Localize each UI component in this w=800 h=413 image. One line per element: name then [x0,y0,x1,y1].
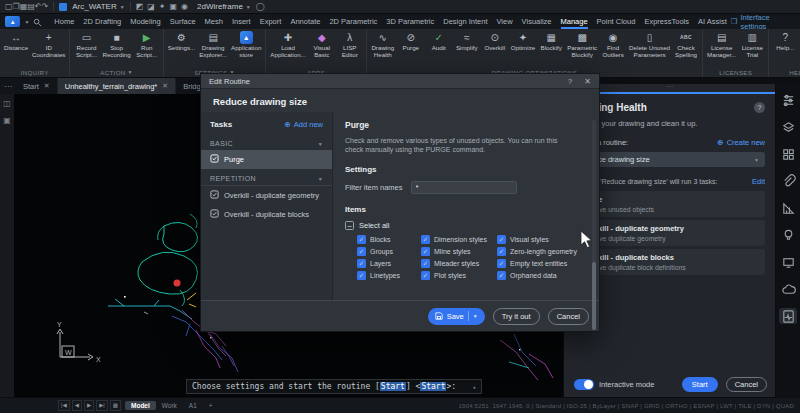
purge-item-layers[interactable]: ✓Layers [357,259,421,268]
first-layout-icon[interactable]: |◀ [58,400,70,411]
redo-icon[interactable]: ↷ [42,2,49,11]
check-spelling-button[interactable]: ABCCheckSpelling [672,29,700,58]
layout-tab-[interactable]: + [203,401,219,410]
tab-view[interactable]: View [496,14,512,29]
open-file-icon[interactable]: ❐ [13,2,20,11]
purge-item-zero-length-geometry[interactable]: ✓Zero-length geometry [497,247,583,256]
application-menu-button[interactable]: ▲ [5,16,20,27]
filter-item-names-input[interactable] [411,181,517,194]
routine-task-purge[interactable]: PurgeRemove unused objects [574,191,765,217]
chevron-down-icon[interactable]: ▼ [24,19,29,25]
tab-mesh[interactable]: Mesh [205,14,223,29]
tab-design-intent[interactable]: Design Intent [443,14,487,29]
purge-item-orphaned-data[interactable]: ✓Orphaned data [497,271,583,280]
routine-select[interactable]: Reduce drawing size ▼ [574,152,765,167]
try-it-out-button[interactable]: Try it out [493,308,540,325]
cancel-button[interactable]: Cancel [548,308,589,325]
tab-modeling[interactable]: Modeling [130,14,160,29]
edit-routine-link[interactable]: Edit [752,177,765,186]
layout-tab-a1[interactable]: A1 [183,401,203,410]
drawing-explorer-button[interactable]: ▤DrawingExplorer... [197,29,229,58]
panels-icon[interactable]: ◫ [3,99,11,108]
blocks-icon[interactable] [779,146,797,162]
tab-annotate[interactable]: Annotate [290,14,320,29]
purge-item-plot-styles[interactable]: ✓Plot styles [421,271,497,280]
tab-expresstools[interactable]: ExpressTools [644,14,689,29]
help-icon[interactable]: ? [754,102,765,113]
render-icon[interactable]: ◪ [147,2,155,11]
prev-layout-icon[interactable]: ◀ [72,400,82,411]
tab-export[interactable]: Export [260,14,282,29]
record-script-button[interactable]: ▭RecordScript... [72,29,100,58]
tab-manage[interactable]: Manage [561,14,588,29]
stop-recording-button[interactable]: ■StopRecording [100,29,132,58]
visual-basic-button[interactable]: ◆VisualBasic [308,29,336,58]
purge-item-dimension-styles[interactable]: ✓Dimension styles [421,235,497,244]
group-label-help[interactable]: HELP▼ [771,67,800,77]
delete-unused-parameters-button[interactable]: ▯Delete UnusedParameters [627,29,672,58]
help-button[interactable]: ?Help... [771,29,799,51]
dialog-titlebar[interactable]: Edit Routine ? ✕ [201,74,599,89]
tab-home[interactable]: Home [54,14,74,29]
distance-button[interactable]: ↔Distance [2,29,30,51]
purge-item-mline-styles[interactable]: ✓Mline styles [421,247,497,256]
tabs-overflow-icon[interactable]: ⋯ [0,82,16,91]
selection-icon[interactable]: ◩ [136,2,144,11]
task-section-basic[interactable]: BASIC▼ [201,134,332,150]
settings-button[interactable]: ⚙Settings... [166,29,198,51]
start-button[interactable]: Start [682,377,718,392]
purge-button[interactable]: ⊘Purge [397,29,425,51]
license-trial-button[interactable]: ▥LicenseTrial [738,29,766,58]
lisp-editor-button[interactable]: λLISPEditor [336,29,364,58]
layers-icon[interactable] [779,119,797,135]
command-line[interactable]: Choose settings and start the routine [S… [186,379,482,394]
compass-icon[interactable]: ◯ [256,2,265,12]
doc-tab-start[interactable]: Start✕ [16,78,58,94]
task-section-repetition[interactable]: REPETITION▼ [201,169,332,186]
parametric-blockify-button[interactable]: ▩ParametricBlockify [565,29,599,58]
tips-icon[interactable] [779,227,797,243]
id-coordinates-button[interactable]: +IDCoordinates [30,29,67,58]
purge-item-visual-styles[interactable]: ✓Visual styles [497,235,583,244]
save-button[interactable]: Save ▼ [428,308,485,325]
save-options-chevron-icon[interactable]: ▼ [473,313,478,319]
interface-settings-button[interactable]: ❒ Interface settings [731,13,795,31]
views-icon[interactable]: ◉ [181,2,188,11]
routine-task-overkill-duplicate-geometry[interactable]: Overkill - duplicate geometryRemove dupl… [574,220,765,246]
tab-insert[interactable]: Insert [232,14,251,29]
tab-point-cloud[interactable]: Point Cloud [597,14,636,29]
select-all-checkbox[interactable]: – Select all [345,221,583,230]
panel-cancel-button[interactable]: Cancel [726,377,767,392]
purge-item-mleader-styles[interactable]: ✓Mleader styles [421,259,497,268]
drawing-style-dropdown[interactable]: Arc_WATER ▼ [72,2,124,11]
display-icon[interactable] [779,254,797,270]
last-layout-icon[interactable]: ▶| [96,400,108,411]
drawing-health-button[interactable]: ∿DrawingHealth [369,29,397,58]
load-application-button[interactable]: ✚LoadApplication... [268,29,307,58]
interactive-mode-toggle[interactable] [574,379,594,390]
scrollbar-thumb[interactable] [592,262,596,330]
properties-icon[interactable] [779,92,797,108]
attachments-icon[interactable] [779,173,797,189]
application-store-button[interactable]: ▲Applicationstore [229,29,263,58]
close-icon[interactable]: ✕ [162,82,168,90]
layout-tab-model[interactable]: Model [125,401,156,410]
tab-2d-drafting[interactable]: 2D Drafting [83,14,121,29]
task-item-overkill-duplicate-blocks[interactable]: Overkill - duplicate blocks [201,205,332,224]
purge-item-linetypes[interactable]: ✓Linetypes [357,271,421,280]
run-script-button[interactable]: ▶RunScript... [133,29,161,58]
routine-task-overkill-duplicate-blocks[interactable]: Overkill - duplicate blocksRemove duplic… [574,249,765,275]
close-icon[interactable]: ✕ [44,82,50,90]
tab-surface[interactable]: Surface [170,14,196,29]
visual-style-dropdown[interactable]: 2dWireframe ▼ [197,2,251,11]
cloud-icon[interactable] [779,281,797,297]
search-icon[interactable] [33,13,42,31]
next-layout-icon[interactable]: ▶ [84,400,94,411]
new-file-icon[interactable]: ▢ [5,2,13,11]
create-new-link[interactable]: ⊕Create new [717,138,765,147]
task-item-overkill-duplicate-geometry[interactable]: Overkill - duplicate geometry [201,186,332,205]
expand-command-history-icon[interactable]: ▴ [472,383,476,390]
command-option-start[interactable]: Start [380,382,406,391]
group-label-action[interactable]: ACTION▼ [72,67,160,77]
task-item-purge[interactable]: Purge [201,150,332,169]
